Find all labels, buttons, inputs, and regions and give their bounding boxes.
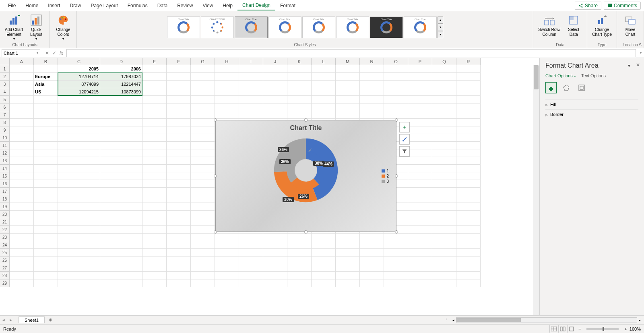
cell[interactable] bbox=[360, 88, 384, 96]
cell[interactable] bbox=[191, 211, 215, 218]
cell[interactable] bbox=[287, 111, 312, 119]
change-colors-button[interactable]: Change Colors▾ bbox=[53, 13, 73, 42]
cell[interactable] bbox=[336, 96, 360, 103]
row-header-20[interactable]: 20 bbox=[0, 211, 10, 218]
cell[interactable] bbox=[34, 188, 58, 195]
cell[interactable] bbox=[191, 142, 215, 149]
cell[interactable] bbox=[142, 126, 167, 134]
cell[interactable] bbox=[58, 234, 100, 241]
gallery-scroll-up[interactable]: ▴ bbox=[438, 17, 443, 24]
cell[interactable] bbox=[34, 195, 58, 203]
cell[interactable] bbox=[432, 134, 456, 142]
cell[interactable] bbox=[142, 234, 167, 241]
cell[interactable] bbox=[215, 279, 239, 287]
cell[interactable] bbox=[384, 279, 408, 287]
cell[interactable] bbox=[58, 203, 100, 211]
col-header-E[interactable]: E bbox=[142, 58, 167, 65]
cell[interactable] bbox=[263, 272, 287, 279]
cell[interactable] bbox=[100, 157, 142, 165]
cell[interactable] bbox=[100, 165, 142, 172]
menu-insert[interactable]: Insert bbox=[43, 1, 65, 10]
cell[interactable] bbox=[167, 88, 191, 96]
cell[interactable] bbox=[263, 73, 287, 81]
normal-view-button[interactable] bbox=[549, 325, 558, 333]
cell[interactable] bbox=[142, 103, 167, 111]
cell[interactable] bbox=[336, 73, 360, 81]
cell[interactable] bbox=[10, 142, 34, 149]
cell[interactable] bbox=[191, 180, 215, 188]
cell[interactable] bbox=[432, 241, 456, 249]
cell[interactable] bbox=[191, 119, 215, 126]
cell[interactable] bbox=[312, 111, 336, 119]
cell[interactable] bbox=[10, 256, 34, 264]
cell[interactable] bbox=[408, 88, 432, 96]
chart-style-2[interactable]: CHART TITLE bbox=[201, 17, 234, 38]
cell[interactable] bbox=[287, 96, 312, 103]
cell[interactable] bbox=[142, 73, 167, 81]
select-data-button[interactable]: Select Data bbox=[564, 13, 584, 38]
cell[interactable] bbox=[408, 119, 432, 126]
cell[interactable] bbox=[58, 256, 100, 264]
cell[interactable] bbox=[215, 249, 239, 256]
formula-input[interactable] bbox=[66, 49, 636, 57]
cell[interactable] bbox=[432, 157, 456, 165]
cell[interactable]: 17987034 bbox=[100, 73, 142, 81]
select-all-corner[interactable] bbox=[0, 58, 10, 65]
col-header-P[interactable]: P bbox=[408, 58, 432, 65]
cell[interactable] bbox=[58, 157, 100, 165]
cell[interactable] bbox=[239, 241, 263, 249]
cell[interactable] bbox=[432, 149, 456, 157]
cell[interactable] bbox=[10, 234, 34, 241]
cell[interactable] bbox=[142, 188, 167, 195]
chart-options-tab[interactable]: Chart Options ⌄ bbox=[545, 73, 576, 78]
cell[interactable] bbox=[167, 272, 191, 279]
col-header-I[interactable]: I bbox=[239, 58, 263, 65]
cell[interactable]: US bbox=[34, 88, 58, 96]
cell[interactable] bbox=[167, 149, 191, 157]
cell[interactable] bbox=[10, 226, 34, 234]
cell[interactable] bbox=[100, 134, 142, 142]
cell[interactable] bbox=[456, 142, 481, 149]
cell[interactable] bbox=[408, 180, 432, 188]
cell[interactable] bbox=[360, 264, 384, 272]
row-header-18[interactable]: 18 bbox=[0, 195, 10, 203]
cell[interactable] bbox=[312, 279, 336, 287]
col-header-B[interactable]: B bbox=[34, 58, 58, 65]
cell[interactable] bbox=[384, 241, 408, 249]
share-button[interactable]: Share bbox=[575, 2, 601, 10]
cell[interactable] bbox=[239, 81, 263, 88]
col-header-G[interactable]: G bbox=[191, 58, 215, 65]
col-header-A[interactable]: A bbox=[10, 58, 34, 65]
cell[interactable] bbox=[287, 88, 312, 96]
comments-button[interactable]: Comments bbox=[604, 2, 641, 10]
cell[interactable] bbox=[408, 264, 432, 272]
cell[interactable] bbox=[263, 249, 287, 256]
cell[interactable] bbox=[58, 226, 100, 234]
cell[interactable] bbox=[432, 103, 456, 111]
col-header-R[interactable]: R bbox=[456, 58, 481, 65]
cell[interactable] bbox=[408, 272, 432, 279]
menu-formulas[interactable]: Formulas bbox=[123, 1, 153, 10]
cell[interactable] bbox=[142, 249, 167, 256]
cell[interactable] bbox=[167, 226, 191, 234]
cell[interactable] bbox=[58, 195, 100, 203]
cell[interactable] bbox=[432, 126, 456, 134]
hscroll-right[interactable]: ▸ bbox=[637, 318, 642, 322]
cell[interactable] bbox=[167, 188, 191, 195]
cell[interactable] bbox=[239, 103, 263, 111]
cell[interactable] bbox=[215, 65, 239, 73]
page-layout-view-button[interactable] bbox=[558, 325, 567, 333]
chart-elements-button[interactable]: ＋ bbox=[399, 122, 410, 132]
cell[interactable] bbox=[287, 81, 312, 88]
cell[interactable] bbox=[191, 249, 215, 256]
fill-line-icon[interactable] bbox=[545, 82, 557, 93]
cell[interactable] bbox=[191, 218, 215, 226]
cell[interactable] bbox=[239, 264, 263, 272]
menu-view[interactable]: View bbox=[198, 1, 218, 10]
cell[interactable] bbox=[456, 119, 481, 126]
cell[interactable] bbox=[10, 264, 34, 272]
cell[interactable] bbox=[34, 241, 58, 249]
cell[interactable] bbox=[432, 165, 456, 172]
cell[interactable] bbox=[432, 81, 456, 88]
cell[interactable] bbox=[58, 241, 100, 249]
